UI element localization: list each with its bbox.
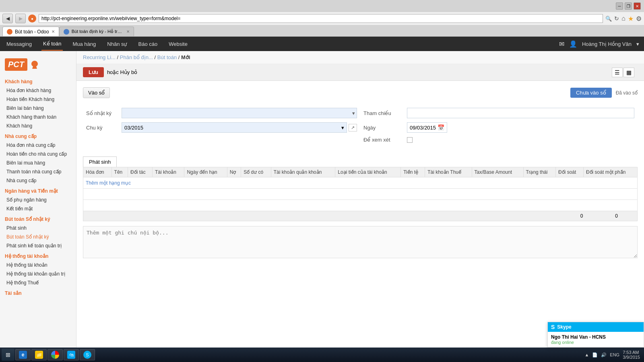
sidebar-item-hoan-tien-kh[interactable]: Hoàn tiền Khách hàng — [0, 95, 76, 104]
tab-close-2[interactable]: ✕ — [126, 29, 130, 34]
so-nhat-ky-label: Số nhật ký — [86, 110, 118, 116]
col-so-du-co: Số dư có — [241, 167, 271, 177]
sidebar-item-khach-hang[interactable]: Khách hàng — [0, 121, 76, 130]
back-btn[interactable]: ◀ — [2, 14, 13, 23]
note-area — [83, 226, 638, 259]
vao-so-button[interactable]: Vào sổ — [83, 87, 110, 98]
taskbar-lang[interactable]: ENG — [610, 352, 619, 357]
favorites-icon[interactable]: ★ — [628, 15, 634, 23]
skype-notification[interactable]: S Skype Ngo Thi Hai Van - HCNS đang onli… — [547, 322, 644, 348]
calendar-icon[interactable]: 📅 — [438, 124, 444, 131]
sidebar-item-ncc[interactable]: Nhà cung cấp — [0, 176, 76, 185]
sidebar-item-hoa-don-ncc[interactable]: Hóa đơn nhà cung cấp — [0, 141, 76, 150]
sidebar-item-htk-qtri[interactable]: Hệ thống tài khoản quản trị — [0, 269, 76, 278]
sidebar-section-but-toan: Bút toán Sổ nhật ký — [0, 213, 76, 224]
nav-messaging[interactable]: Messaging — [5, 38, 33, 50]
minimize-btn[interactable]: ─ — [616, 2, 623, 10]
nav-bao-cao[interactable]: Báo cáo — [137, 38, 159, 50]
refresh-icon[interactable]: ↻ — [614, 15, 619, 22]
phat-sinh-tab[interactable]: Phát sinh — [83, 156, 117, 167]
col-doi-tac: Đối tác — [128, 167, 153, 177]
search-icon: 🔍 — [605, 16, 612, 22]
sidebar-item-phat-sinh[interactable]: Phát sinh — [0, 224, 76, 232]
ngay-value: 09/03/2015 — [410, 125, 436, 131]
journal-table: Hóa đơn Tên Đối tác Tài khoản Ngày đến h… — [83, 167, 638, 211]
close-btn[interactable]: ✕ — [634, 2, 641, 10]
start-button[interactable]: ⊞ — [2, 349, 14, 361]
nav-mua-hang[interactable]: Mua hàng — [71, 38, 97, 50]
taskbar-skype-btn[interactable]: S — [80, 349, 95, 360]
chu-ky-select[interactable]: 03/2015 ▾ — [122, 122, 347, 133]
chu-ky-external-link[interactable]: ↗ — [349, 124, 357, 132]
sidebar-section-ngan-hang: Ngân hàng và Tiền mặt — [0, 185, 76, 195]
chu-ky-field: 03/2015 ▾ ↗ — [122, 122, 357, 133]
sidebar-item-bien-lai-mh[interactable]: Biên lai mua hàng — [0, 158, 76, 167]
col-tien-te: Tiền tệ — [401, 167, 425, 177]
sidebar-item-phat-sinh-qtri[interactable]: Phát sinh kế toán quản trị — [0, 241, 76, 250]
col-no: Nợ — [227, 167, 241, 177]
taskbar-right: ▲ 📄 🔊 ENG 7:53 AM 3/9/2015 — [584, 350, 642, 360]
sidebar: PCT Khách hàng Hóa đơn khách hàng Hoàn t… — [0, 51, 76, 362]
chua-vao-so-button[interactable]: Chưa vào sổ — [570, 88, 612, 98]
user-dropdown-icon[interactable]: ▾ — [636, 41, 639, 47]
sidebar-item-ket-tien-mat[interactable]: Kết tiền mặt — [0, 204, 76, 213]
mail-icon[interactable]: ✉ — [559, 40, 564, 48]
so-nhat-ky-select[interactable]: ▾ — [122, 108, 357, 118]
card-view-btn[interactable]: ▦ — [623, 68, 634, 77]
chu-ky-arrow: ▾ — [341, 125, 344, 131]
home-icon[interactable]: ⌂ — [621, 15, 625, 22]
tham-chieu-input[interactable] — [407, 108, 634, 118]
skype-icon: S — [83, 351, 91, 359]
sidebar-item-htk[interactable]: Hệ thống tài khoản — [0, 261, 76, 269]
footer-spacer — [87, 213, 580, 219]
form-fields: Số nhật ký ▾ Chu kỳ 03/2015 — [83, 105, 638, 150]
taskbar-volume-icon[interactable]: 🔊 — [601, 352, 607, 358]
save-button[interactable]: Lưu — [83, 67, 104, 77]
breadcrumb-sep-3: / — [178, 54, 181, 60]
window-controls[interactable]: ─ ❐ ✕ — [616, 2, 641, 10]
nav-nhan-su[interactable]: Nhân sự — [105, 38, 128, 50]
add-item-link[interactable]: Thêm một hạng mục — [86, 180, 131, 186]
tab-but-toan-odoo[interactable]: Bút toán - Odoo ✕ — [2, 27, 59, 36]
so-nhat-ky-row: Số nhật ký ▾ — [86, 108, 357, 118]
breadcrumb-phan-bo[interactable]: Phân bổ địn... — [120, 54, 153, 60]
ngay-input[interactable]: 09/03/2015 📅 — [407, 122, 447, 133]
list-view-btn[interactable]: ☰ — [612, 68, 623, 77]
address-input[interactable] — [39, 14, 603, 23]
top-navigation: Messaging Kế toán Mua hàng Nhân sự Báo c… — [0, 37, 644, 51]
sidebar-item-bien-lai-bh[interactable]: Biên lai bán hàng — [0, 104, 76, 113]
sidebar-item-hoa-don-kh[interactable]: Hóa đơn khách hàng — [0, 86, 76, 95]
taskbar-store-btn[interactable]: 🛍 — [64, 349, 79, 360]
nav-ke-toan[interactable]: Kế toán — [41, 37, 63, 51]
taskbar-ie-btn[interactable]: e — [15, 349, 31, 360]
browser-icon: ● — [28, 14, 36, 23]
de-xem-xet-checkbox[interactable] — [407, 137, 413, 143]
da-vao-so-label: Đã vào sổ — [616, 90, 638, 96]
sidebar-item-hoan-tien-ncc[interactable]: Hoàn tiền cho nhà cung cấp — [0, 150, 76, 158]
tab-label-1: Bút toán - Odoo — [15, 29, 49, 35]
sidebar-item-tt-ncc[interactable]: Thanh toán nhà cung cấp — [0, 167, 76, 176]
taskbar: ⊞ e 📁 🛍 S ▲ 📄 🔊 ENG 7:53 AM 3/9/2015 — [0, 348, 644, 362]
tools-icon[interactable]: ⚙ — [636, 15, 642, 23]
add-item-row: Thêm một hạng mục — [83, 177, 638, 189]
taskbar-chrome-btn[interactable] — [47, 349, 63, 360]
breadcrumb-recurring[interactable]: Recurring Li... — [83, 54, 116, 60]
sidebar-item-so-phu-nh[interactable]: Số phụ ngân hàng — [0, 195, 76, 204]
user-name[interactable]: Hoàng Thị Hồng Vân — [582, 41, 632, 47]
nav-website[interactable]: Website — [167, 38, 189, 50]
taskbar-datetime: 7:53 AM 3/9/2015 — [623, 350, 640, 360]
view-toggle: ☰ ▦ — [612, 68, 634, 77]
sidebar-item-but-toan-snk[interactable]: Bút toán Sổ nhật ký — [0, 232, 76, 241]
forward-btn[interactable]: ▶ — [15, 14, 26, 23]
breadcrumb-but-toan[interactable]: Bút toán — [157, 54, 177, 60]
note-textarea[interactable] — [83, 226, 638, 258]
taskbar-arrows-icon[interactable]: ▲ — [584, 352, 589, 357]
restore-btn[interactable]: ❐ — [625, 2, 632, 10]
sidebar-item-thue[interactable]: Hệ thống Thuế — [0, 278, 76, 287]
col-doi-soat: Đối soát — [555, 167, 583, 177]
taskbar-explorer-btn[interactable]: 📁 — [31, 349, 47, 360]
sidebar-item-kh-tt[interactable]: Khách hàng thanh toán — [0, 113, 76, 121]
tab-close-1[interactable]: ✕ — [52, 29, 55, 34]
sidebar-section-khach-hang: Khách hàng — [0, 76, 76, 86]
tab-but-toan-dinh-ky[interactable]: Bút toán định kỳ - Hỗ trợ Triể... ✕ — [59, 27, 134, 36]
